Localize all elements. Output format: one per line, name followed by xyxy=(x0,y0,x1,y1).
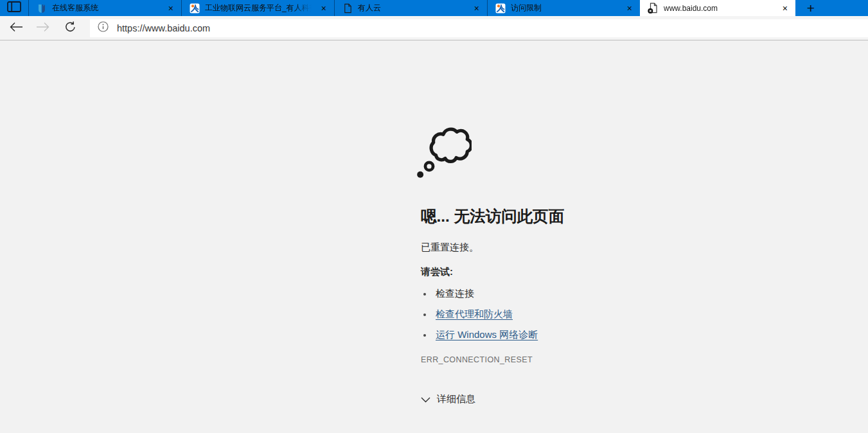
bullet-icon xyxy=(423,314,426,316)
thought-bubble-cloud-icon xyxy=(415,122,472,182)
tab-title: 有人云 xyxy=(358,3,466,13)
tab-online-service[interactable]: 在线客服系统 × xyxy=(28,0,181,16)
tab-title: 工业物联网云服务平台_有人科技 xyxy=(205,3,314,13)
suggestion-check-proxy-firewall[interactable]: 检查代理和防火墙 xyxy=(421,308,513,321)
tab-preview-button[interactable] xyxy=(0,0,28,16)
refresh-icon xyxy=(64,21,76,36)
tab-baidu-active[interactable]: www.baidu.com × xyxy=(640,0,795,16)
plus-icon: + xyxy=(807,1,815,16)
arrow-left-icon xyxy=(9,22,23,35)
forward-button[interactable] xyxy=(30,17,57,39)
check-proxy-firewall-link[interactable]: 检查代理和防火墙 xyxy=(436,308,513,321)
navigation-bar xyxy=(0,16,868,40)
tab-close-icon[interactable]: × xyxy=(624,3,635,14)
tab-access-restricted[interactable]: 访问限制 × xyxy=(487,0,640,16)
tab-close-icon[interactable]: × xyxy=(319,3,329,14)
usr-logo-icon xyxy=(190,3,200,13)
suggestion-check-connection: 检查连接 xyxy=(421,288,474,300)
arrow-right-icon xyxy=(36,22,50,35)
new-tab-button[interactable]: + xyxy=(795,0,826,16)
refresh-button[interactable] xyxy=(57,17,84,39)
tab-title: 在线客服系统 xyxy=(52,3,161,13)
tab-title: 访问限制 xyxy=(511,3,619,13)
bullet-icon xyxy=(423,334,426,337)
tab-close-icon[interactable]: × xyxy=(166,3,176,14)
details-expander[interactable]: 详细信息 xyxy=(421,393,475,405)
tab-preview-icon xyxy=(7,1,21,15)
run-windows-diagnostics-link[interactable]: 运行 Windows 网络诊断 xyxy=(436,329,538,341)
tab-title: www.baidu.com xyxy=(664,4,775,13)
tab-strip: 在线客服系统 × 工业物联网云服务平台_有人科技 × 有人云 × xyxy=(0,0,868,16)
page-icon xyxy=(342,3,353,13)
usr-logo-icon xyxy=(495,3,506,13)
try-label: 请尝试: xyxy=(421,266,453,278)
suggestion-text: 检查连接 xyxy=(436,288,474,300)
tab-close-icon[interactable]: × xyxy=(780,3,790,14)
suggestion-run-network-diagnostics[interactable]: 运行 Windows 网络诊断 xyxy=(421,329,538,341)
error-page-title: 嗯... 无法访问此页面 xyxy=(421,206,564,227)
error-code: ERR_CONNECTION_RESET xyxy=(421,355,533,364)
tab-close-icon[interactable]: × xyxy=(472,3,482,14)
back-button[interactable] xyxy=(3,17,30,39)
chevron-down-icon xyxy=(421,394,430,405)
info-icon[interactable] xyxy=(98,21,109,35)
bullet-icon xyxy=(423,293,426,296)
tab-iot-platform[interactable]: 工业物联网云服务平台_有人科技 × xyxy=(181,0,334,16)
url-input[interactable] xyxy=(117,23,502,33)
error-message: 已重置连接。 xyxy=(421,242,479,254)
details-label: 详细信息 xyxy=(437,393,475,405)
address-bar[interactable] xyxy=(90,19,868,37)
tab-usr-cloud[interactable]: 有人云 × xyxy=(334,0,487,16)
page-error-icon xyxy=(648,3,659,13)
shield-logo-icon xyxy=(37,3,47,13)
